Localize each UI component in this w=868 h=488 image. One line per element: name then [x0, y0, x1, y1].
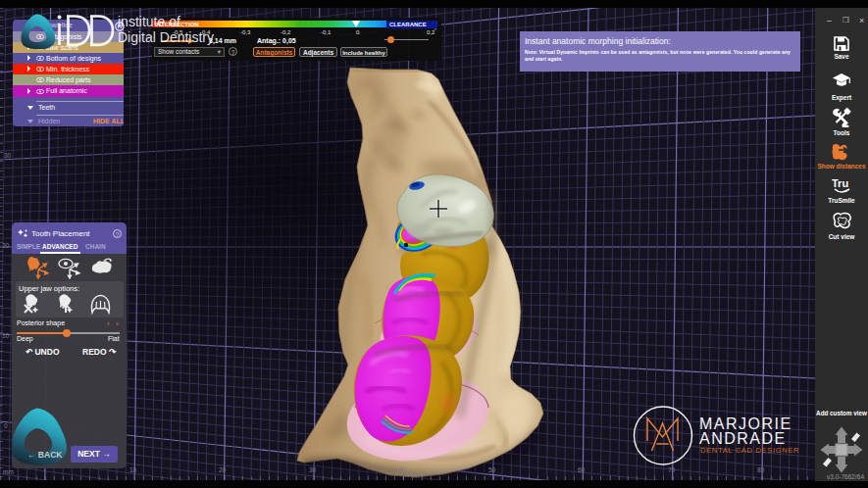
svg-text:ANDRADE: ANDRADE — [699, 430, 787, 447]
svg-text:DENTAL CAD DESIGNER: DENTAL CAD DESIGNER — [700, 446, 799, 455]
svg-text:Tru: Tru — [832, 177, 848, 189]
